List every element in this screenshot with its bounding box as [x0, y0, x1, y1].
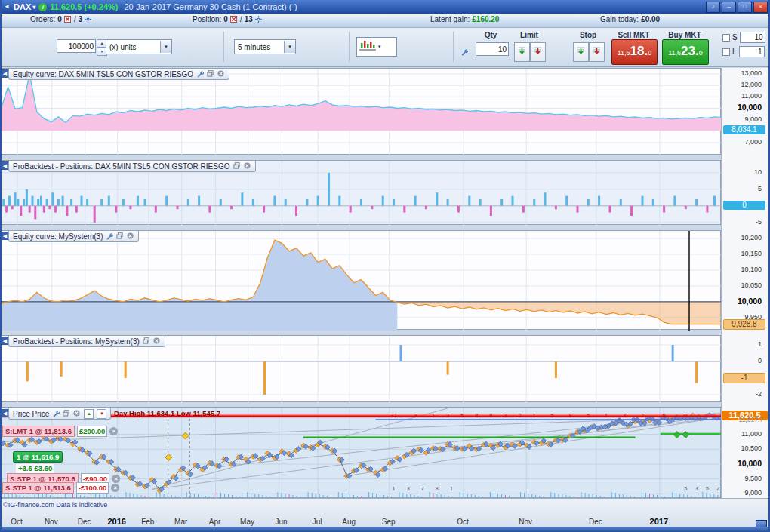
panel-collapse-icon[interactable]: ◀ — [2, 161, 8, 170]
close-panel-icon[interactable] — [127, 232, 134, 240]
month-label: Dec — [583, 518, 608, 526]
price-panel: 3731358832158513253378137815352 ◀ Price … — [0, 407, 721, 498]
close-button[interactable]: × — [753, 2, 768, 13]
gain-today-label: Gain today: — [600, 15, 639, 23]
positions-panel-dax: ◀ ProBacktest - Positions: DAX 5MIN TSL5… — [0, 160, 721, 225]
wrench-icon[interactable] — [106, 232, 113, 240]
svg-text:3: 3 — [446, 412, 449, 419]
minimize-button[interactable]: – — [722, 2, 736, 13]
order-settings-icon[interactable] — [460, 45, 468, 53]
current-value-badge: -1 — [723, 373, 765, 383]
cancel-order-icon[interactable]: × — [111, 484, 119, 492]
chart-type-button[interactable]: ▾ — [356, 37, 397, 57]
detach-window-icon[interactable] — [143, 337, 150, 345]
svg-text:5: 5 — [663, 412, 666, 419]
window-buttons: ♪ – □ × — [704, 2, 768, 13]
toolbar: ▴▾ (x) units ▾ 5 minutes ▾ ▾ Qty Limit S… — [0, 27, 770, 67]
stop-distance-input[interactable] — [740, 32, 765, 43]
panel-collapse-icon[interactable]: ◀ — [2, 409, 8, 417]
alerts-button[interactable]: ♪ — [706, 2, 720, 13]
stop-checkbox[interactable] — [722, 34, 730, 42]
sell-stop-order-row[interactable]: S:STP 1 @ 11,513.6 -£100.00 × — [2, 482, 119, 494]
time-axis[interactable]: ©IG-finance.com Data is indicative OctNo… — [0, 498, 770, 527]
axis-tick-label: 9,500 — [744, 475, 762, 482]
detach-window-icon[interactable] — [116, 232, 124, 240]
maximize-button[interactable]: □ — [738, 2, 752, 13]
position-count: 0 — [223, 15, 228, 23]
timeframe-select[interactable]: 5 minutes ▾ — [234, 39, 296, 54]
wrench-icon[interactable] — [196, 70, 204, 78]
sell-limit-button[interactable] — [530, 42, 546, 62]
collapse-window-icon[interactable]: ◄ — [2, 2, 12, 12]
panel-tab-price[interactable]: Price Price ▲ ▼ — [8, 408, 111, 420]
current-value-badge: 0 — [723, 201, 765, 210]
orders-status: Orders: 0 / 3 — [30, 15, 92, 23]
close-panel-icon[interactable] — [73, 410, 81, 417]
units-select-value: (x) units — [106, 43, 160, 51]
svg-text:8: 8 — [568, 412, 571, 419]
month-label: Oct — [450, 518, 476, 526]
lot-size-input[interactable] — [57, 39, 96, 53]
equity-curve-panel-dax: ◀ Equity curve: DAX 5MIN TSL5 CON GSTOR … — [0, 68, 721, 155]
axis-tick-label: 10,500 — [741, 444, 762, 452]
scale-up-icon[interactable]: ▲ — [84, 409, 94, 419]
buy-limit-button[interactable] — [514, 42, 530, 62]
panel-title: Price Price — [13, 410, 49, 418]
panel-collapse-icon[interactable]: ◀ — [2, 232, 8, 240]
position-total: 13 — [245, 15, 253, 23]
svg-text:3: 3 — [414, 412, 417, 419]
svg-text:3: 3 — [695, 486, 698, 491]
axis-tick-label: 1 — [758, 340, 762, 348]
units-select[interactable]: (x) units ▾ — [106, 39, 172, 54]
qty-label: Qty — [476, 31, 506, 39]
detach-window-icon[interactable] — [207, 70, 214, 78]
sell-stop-button[interactable] — [589, 42, 605, 62]
equity-curve-chart-mysystem[interactable] — [1, 231, 722, 331]
qty-input[interactable] — [476, 42, 509, 56]
limit-checkbox[interactable] — [722, 48, 730, 56]
panel-tab-positions-dax[interactable]: ProBacktest - Positions: DAX 5MIN TSL5 C… — [8, 161, 256, 172]
buy-stop-button[interactable] — [573, 42, 589, 62]
scale-down-icon[interactable]: ▼ — [97, 409, 106, 419]
cancel-orders-icon[interactable] — [64, 16, 72, 23]
axis-tick-label: -5 — [756, 218, 762, 226]
toolbar-separator — [453, 32, 454, 62]
panel-collapse-icon[interactable]: ◀ — [2, 337, 8, 345]
detach-window-icon[interactable] — [63, 410, 70, 417]
close-panel-icon[interactable] — [244, 162, 251, 170]
month-label: Oct — [4, 518, 29, 526]
month-label: Aug — [336, 518, 362, 526]
orders-settings-icon[interactable] — [85, 16, 92, 23]
svg-text:5: 5 — [551, 412, 554, 419]
panel-tab-equity-mysystem[interactable]: Equity curve: MySystem(3) — [8, 231, 139, 242]
buy-market-button[interactable]: 11,623.0 — [662, 39, 709, 65]
wrench-icon[interactable] — [52, 410, 60, 417]
equity-curve-chart-dax[interactable] — [1, 69, 722, 155]
instrument-selector[interactable]: DAX ▾ — [14, 2, 35, 11]
open-position-row[interactable]: 1 @ 11,616.9 — [13, 451, 63, 463]
panel-collapse-icon[interactable]: ◀ — [2, 69, 8, 78]
window-frame-left — [0, 0, 2, 532]
info-icon[interactable]: i — [38, 3, 47, 11]
detach-window-icon[interactable] — [233, 162, 241, 170]
latent-gain-value: £160.20 — [472, 15, 499, 23]
svg-text:7: 7 — [421, 486, 424, 491]
close-position-icon[interactable] — [230, 16, 238, 23]
limit-distance-input[interactable] — [739, 46, 765, 57]
cancel-order-icon[interactable]: × — [109, 427, 118, 435]
sell-limit-order-row[interactable]: S:LMT 1 @ 11,813.6 £200.00 × — [2, 426, 118, 437]
close-panel-icon[interactable] — [153, 337, 161, 345]
position-settings-icon[interactable] — [255, 16, 263, 23]
svg-text:5: 5 — [684, 486, 687, 491]
green-arrow-icon — [576, 45, 586, 60]
panel-title: ProBacktest - Positions: MySystem(3) — [13, 337, 140, 346]
axis-tick-label: 13,000 — [741, 69, 762, 77]
panel-tab-equity-dax[interactable]: Equity curve: DAX 5MIN TSL5 CON GSTOR RI… — [8, 69, 229, 80]
gain-today-value: £0.00 — [641, 15, 660, 23]
close-panel-icon[interactable] — [217, 70, 225, 78]
price-axis-column[interactable]: 13,00012,00011,00010,0009,0007,0008,034.… — [721, 68, 770, 498]
panel-tab-positions-mysystem[interactable]: ProBacktest - Positions: MySystem(3) — [8, 336, 165, 347]
sell-price-main: 18. — [630, 40, 648, 63]
sell-market-button[interactable]: 11,618.0 — [611, 39, 658, 65]
year-label: 2017 — [646, 517, 672, 526]
